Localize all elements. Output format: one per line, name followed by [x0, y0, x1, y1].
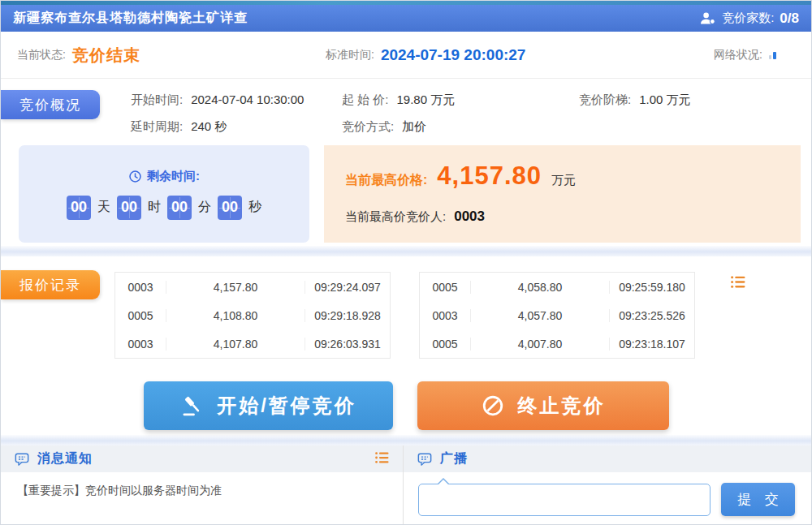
terminate-bid-label: 终止竞价	[518, 393, 606, 419]
days-value: 00	[67, 196, 91, 220]
start-time-field: 开始时间: 2024-07-04 10:30:00	[131, 93, 304, 108]
bidders-count: 0/8	[780, 11, 799, 27]
hours-value: 00	[117, 196, 141, 220]
bid-table-left: 0003 4,157.80 09:29:24.097 0005 4,108.80…	[114, 272, 391, 359]
chat-bubble-icon	[14, 452, 30, 467]
network-label: 网络状况:	[714, 48, 762, 62]
start-price-field: 起 始 价: 19.80 万元	[342, 93, 455, 108]
highest-bidder-label: 当前最高价竞价人:	[345, 209, 446, 225]
table-row: 0005 4,058.80 09:25:59.180	[420, 273, 694, 301]
section-divider	[1, 435, 811, 445]
minute-unit: 分	[198, 199, 211, 216]
remaining-time-title: 剩余时间:	[128, 169, 200, 184]
time-value: 2024-07-19 20:00:27	[381, 46, 526, 64]
bid-mode-field: 竞价方式: 加价	[342, 119, 426, 135]
delay-period-field: 延时周期: 240 秒	[131, 119, 227, 135]
bidders-count-group: 竞价家数: 0/8	[699, 11, 799, 27]
bidders-label: 竞价家数:	[722, 11, 774, 26]
day-unit: 天	[97, 199, 110, 216]
chat-bubble-icon	[417, 452, 433, 467]
bid-increment-field: 竞价阶梯: 1.00 万元	[579, 93, 691, 108]
broadcast-input-wrap	[418, 484, 710, 516]
remaining-time-label: 剩余时间:	[147, 169, 200, 184]
users-icon	[699, 11, 716, 25]
terminate-bid-button[interactable]: 终止竞价	[417, 381, 669, 430]
bid-records-section: 报价记录 0003 4,157.80 09:29:24.097 0005 4,1…	[1, 256, 811, 371]
notice-message: 【重要提示】竞价时间以服务器时间为准	[1, 472, 403, 498]
bid-records-list-icon[interactable]	[730, 275, 746, 292]
highest-price-line: 当前最高价格: 4,157.80 万元	[345, 161, 801, 191]
broadcast-panel: 广播 提 交	[404, 445, 811, 524]
message-notice-header: 消息通知	[1, 445, 403, 472]
panels-row: 剩余时间: 00 天 00 时 00 分 00 秒 当前最高价格: 4,157.…	[1, 144, 811, 246]
title-bar: 新疆察布查尔县塔勒德村陶瓷土矿详查 竞价家数: 0/8	[1, 5, 811, 32]
table-row: 0003 4,057.80 09:23:25.526	[420, 301, 694, 329]
message-notice-panel: 消息通知 【重要提示】竞价时间以服务器时间为准	[1, 445, 404, 524]
table-row: 0003 4,157.80 09:29:24.097	[115, 273, 390, 301]
broadcast-input[interactable]	[418, 484, 710, 516]
start-pause-bid-label: 开始/暂停竞价	[217, 393, 356, 419]
section-divider	[1, 246, 811, 256]
bid-records-pill: 报价记录	[1, 270, 100, 299]
highest-price-value: 4,157.80	[437, 161, 542, 191]
status-label: 当前状态:	[17, 48, 66, 62]
message-notice-title: 消息通知	[37, 450, 93, 467]
action-buttons-row: 开始/暂停竞价 终止竞价	[1, 377, 811, 435]
status-value: 竞价结束	[72, 45, 140, 67]
standard-time-group: 标准时间: 2024-07-19 20:00:27	[326, 32, 525, 79]
table-row: 0005 4,007.80 09:23:18.107	[420, 329, 694, 358]
minutes-value: 00	[167, 196, 192, 220]
table-row: 0005 4,108.80 09:29:18.928	[115, 301, 390, 329]
network-status-group: 网络状况:	[714, 32, 776, 79]
highest-price-unit: 万元	[551, 173, 576, 188]
countdown-digits: 00 天 00 时 00 分 00 秒	[67, 196, 261, 220]
page-title: 新疆察布查尔县塔勒德村陶瓷土矿详查	[13, 10, 248, 27]
broadcast-body: 提 交	[404, 472, 811, 516]
notice-list-icon[interactable]	[374, 451, 390, 467]
time-label: 标准时间:	[326, 48, 374, 62]
overview-section-pill: 竞价概况	[1, 90, 100, 119]
auction-page: 新疆察布查尔县塔勒德村陶瓷土矿详查 竞价家数: 0/8 当前状态: 竞价结束 标…	[0, 0, 812, 525]
remaining-time-panel: 剩余时间: 00 天 00 时 00 分 00 秒	[19, 145, 309, 243]
bid-table-right: 0005 4,058.80 09:25:59.180 0003 4,057.80…	[419, 272, 695, 359]
bottom-section: 消息通知 【重要提示】竞价时间以服务器时间为准	[1, 445, 811, 524]
broadcast-title: 广播	[440, 450, 468, 467]
status-bar: 当前状态: 竞价结束 标准时间: 2024-07-19 20:00:27 网络状…	[1, 32, 811, 79]
start-pause-bid-button[interactable]: 开始/暂停竞价	[144, 381, 393, 430]
second-unit: 秒	[248, 199, 261, 216]
network-signal-icon	[769, 51, 776, 59]
broadcast-header: 广播	[404, 445, 811, 472]
submit-button[interactable]: 提 交	[721, 483, 795, 516]
auction-overview-section: 竞价概况 开始时间: 2024-07-04 10:30:00 起 始 价: 19…	[1, 79, 811, 144]
prohibition-icon	[481, 394, 505, 418]
highest-bidder-value: 0003	[454, 209, 485, 225]
highest-price-label: 当前最高价格:	[345, 172, 427, 189]
gavel-icon	[179, 394, 204, 418]
highest-price-panel: 当前最高价格: 4,157.80 万元 当前最高价竞价人: 0003	[324, 145, 801, 243]
highest-bidder-line: 当前最高价竞价人: 0003	[345, 209, 801, 225]
clock-icon	[128, 170, 142, 183]
hour-unit: 时	[148, 199, 161, 216]
current-status-group: 当前状态: 竞价结束	[17, 32, 140, 79]
table-row: 0003 4,107.80 09:26:03.931	[115, 329, 390, 358]
seconds-value: 00	[218, 196, 242, 220]
